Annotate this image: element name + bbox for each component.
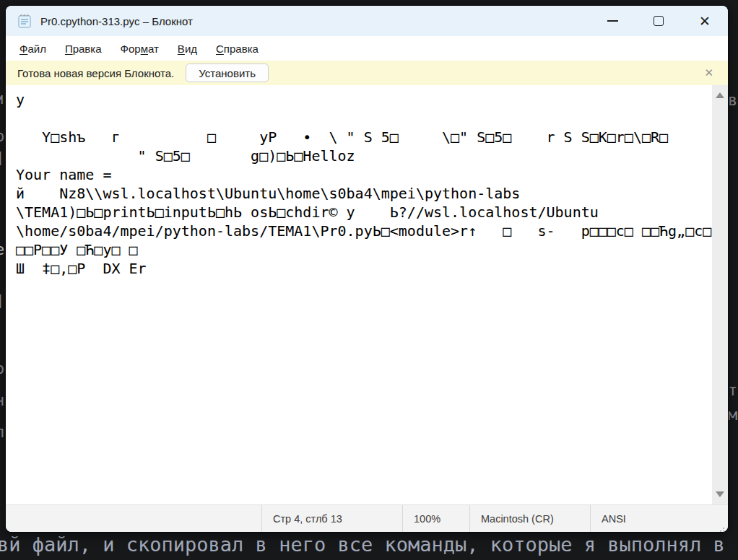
notepad-icon xyxy=(16,12,33,30)
resize-grip-icon[interactable] xyxy=(723,528,724,529)
editor-text[interactable]: у Y□shъ г □ уР • \ " S 5□ \□" S□5□ r S S… xyxy=(6,85,728,278)
minimize-icon xyxy=(607,20,618,22)
close-button[interactable]: ✕ xyxy=(682,6,728,36)
background-text-fragment: о xyxy=(0,359,4,378)
menu-edit[interactable]: Правка xyxy=(56,39,111,58)
status-encoding: ANSI xyxy=(590,505,728,532)
install-button[interactable]: Установить xyxy=(186,64,269,82)
menu-view[interactable]: Вид xyxy=(168,39,207,58)
menubar: Файл Правка Формат Вид Справка xyxy=(6,36,728,61)
background-terminal-text: вй файл, и скопировал в него все команды… xyxy=(0,533,725,556)
vertical-scrollbar[interactable] xyxy=(712,85,728,504)
status-spacer xyxy=(6,505,261,532)
menu-file[interactable]: Файл xyxy=(10,39,56,58)
background-text-fragment: м xyxy=(0,89,3,108)
background-text-fragment: е xyxy=(0,240,4,259)
background-text-fragment: ] xyxy=(0,149,4,167)
notification-message: Готова новая версия Блокнота. xyxy=(17,67,174,79)
background-text-fragment: т xyxy=(728,381,737,400)
status-cursor-position: Стр 4, стлб 13 xyxy=(261,505,402,532)
close-icon: ✕ xyxy=(699,14,711,28)
scroll-down-icon[interactable] xyxy=(716,491,724,497)
background-text-fragment: м xyxy=(728,406,737,424)
menu-help[interactable]: Справка xyxy=(207,39,268,58)
background-text-fragment: р xyxy=(0,127,4,146)
titlebar: Pr0.cpython-313.pyc – Блокнот ✕ xyxy=(6,6,728,36)
background-text-fragment: ] xyxy=(0,292,4,310)
background-text-fragment: в xyxy=(728,91,737,110)
menu-format[interactable]: Формат xyxy=(111,39,168,58)
background-text-fragment: л xyxy=(0,423,4,442)
status-zoom-level: 100% xyxy=(402,505,469,532)
background-text-fragment: н xyxy=(0,391,4,410)
window-title: Pr0.cpython-313.pyc – Блокнот xyxy=(40,15,193,27)
maximize-button[interactable] xyxy=(635,6,682,36)
text-editor[interactable]: у Y□shъ г □ уР • \ " S 5□ \□" S□5□ r S S… xyxy=(6,85,728,504)
minimize-button[interactable] xyxy=(589,6,635,36)
notepad-window: Pr0.cpython-313.pyc – Блокнот ✕ Файл Пра… xyxy=(6,6,728,532)
maximize-icon xyxy=(654,16,664,26)
update-notification-bar: Готова новая версия Блокнота. Установить… xyxy=(6,61,728,85)
notification-close-icon[interactable]: ✕ xyxy=(700,65,718,81)
scroll-up-icon[interactable] xyxy=(716,92,724,98)
status-line-endings: Macintosh (CR) xyxy=(469,505,590,532)
status-bar: Стр 4, стлб 13 100% Macintosh (CR) ANSI xyxy=(6,504,728,532)
